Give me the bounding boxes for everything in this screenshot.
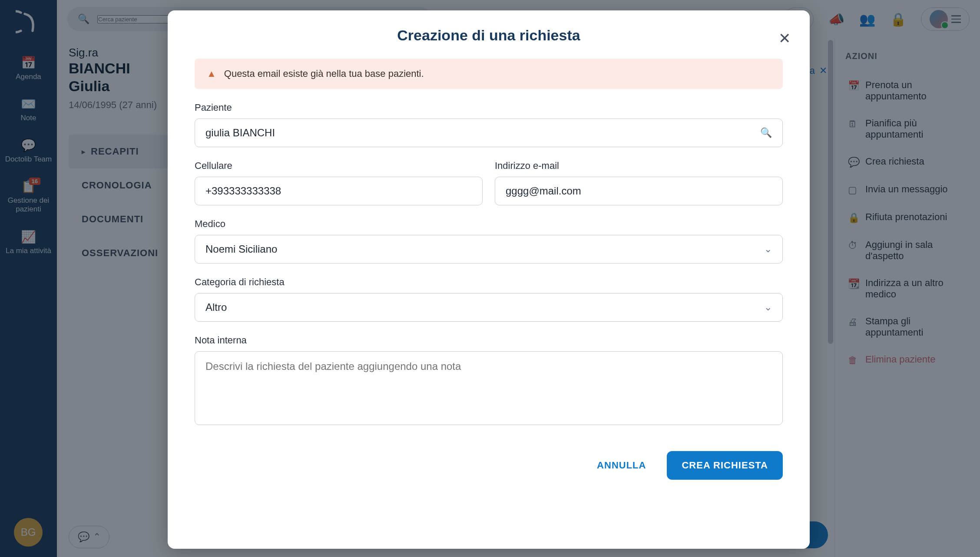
- label-category: Categoria di richiesta: [195, 277, 783, 288]
- patient-input[interactable]: [205, 127, 772, 139]
- search-icon[interactable]: 🔍: [760, 127, 772, 138]
- modal-close-button[interactable]: ✕: [778, 30, 791, 47]
- doctor-value: Noemi Siciliano: [205, 243, 277, 255]
- warning-icon: ▲: [207, 68, 216, 79]
- label-email: Indirizzo e-mail: [495, 160, 783, 171]
- label-patient: Paziente: [195, 102, 783, 113]
- category-value: Altro: [205, 301, 227, 313]
- modal-title: Creazione di una richiesta: [195, 27, 783, 44]
- phone-field[interactable]: [195, 177, 483, 205]
- label-phone: Cellulare: [195, 160, 483, 171]
- label-note: Nota interna: [195, 335, 783, 346]
- category-select[interactable]: Altro ⌄: [195, 293, 783, 322]
- note-field[interactable]: [195, 351, 783, 425]
- chevron-down-icon: ⌄: [764, 244, 772, 255]
- email-input[interactable]: [506, 185, 772, 197]
- submit-button[interactable]: CREA RICHIESTA: [667, 451, 783, 480]
- email-field[interactable]: [495, 177, 783, 205]
- create-request-modal: Creazione di una richiesta ✕ ▲ Questa em…: [168, 10, 810, 549]
- patient-search-field[interactable]: 🔍: [195, 119, 783, 147]
- doctor-select[interactable]: Noemi Siciliano ⌄: [195, 235, 783, 264]
- alert-text: Questa email esiste già nella tua base p…: [224, 68, 424, 79]
- alert-email-exists: ▲ Questa email esiste già nella tua base…: [195, 59, 783, 89]
- phone-input[interactable]: [205, 185, 472, 197]
- note-textarea[interactable]: [205, 360, 772, 416]
- chevron-down-icon: ⌄: [764, 302, 772, 313]
- modal-footer: ANNULLA CREA RICHIESTA: [195, 451, 783, 480]
- label-doctor: Medico: [195, 218, 783, 230]
- cancel-button[interactable]: ANNULLA: [586, 451, 656, 480]
